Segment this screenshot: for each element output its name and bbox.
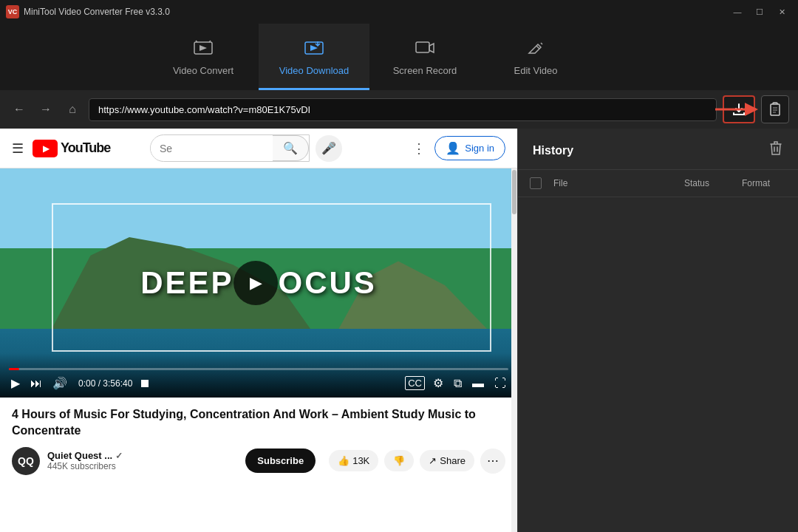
- close-button[interactable]: ✕: [771, 4, 792, 19]
- like-count: 13K: [352, 455, 369, 466]
- app-title: MiniTool Video Converter Free v3.3.0: [24, 7, 727, 17]
- scrollbar[interactable]: [511, 168, 517, 532]
- scrollbar-thumb[interactable]: [512, 170, 516, 214]
- channel-name-text[interactable]: Quiet Quest ...: [47, 450, 112, 461]
- history-panel: History File Status Format: [517, 129, 798, 532]
- progress-dot[interactable]: [141, 380, 149, 387]
- volume-button[interactable]: 🔊: [50, 375, 69, 392]
- video-convert-icon: [194, 40, 213, 61]
- progress-fill: [9, 368, 19, 370]
- history-delete-button[interactable]: [768, 140, 783, 160]
- video-info: 4 Hours of Music For Studying, Concentra…: [0, 398, 517, 484]
- controls-row: ▶ ⏭ 🔊 0:00 / 3:56:40 CC ⚙ ⧉ ▬ ⛶: [9, 375, 508, 392]
- youtube-logo[interactable]: YouTube: [33, 140, 110, 157]
- action-buttons: 👍 13K 👎 ↗ Share ⋯: [329, 449, 505, 474]
- back-button[interactable]: ←: [9, 99, 30, 120]
- share-icon: ↗: [429, 455, 437, 466]
- url-input[interactable]: [89, 98, 717, 121]
- history-empty-area: [518, 197, 798, 532]
- youtube-more-button[interactable]: ⋮: [412, 140, 426, 157]
- play-pause-button[interactable]: ▶: [9, 375, 22, 392]
- tab-screen-record-label: Screen Record: [393, 65, 457, 76]
- youtube-search-box: 🔍: [150, 134, 310, 162]
- tab-screen-record[interactable]: Screen Record: [369, 24, 480, 90]
- maximize-button[interactable]: ☐: [749, 4, 770, 19]
- tab-video-convert[interactable]: Video Convert: [148, 24, 259, 90]
- address-bar-area: ← → ⌂: [0, 90, 798, 129]
- youtube-mic-button[interactable]: 🎤: [316, 135, 342, 162]
- subtitles-button[interactable]: CC: [405, 376, 425, 390]
- youtube-logo-text: YouTube: [61, 140, 110, 156]
- history-title: History: [533, 144, 573, 157]
- tab-video-download[interactable]: Video Download: [259, 24, 369, 90]
- history-file-column: File: [553, 178, 678, 188]
- app-logo: VC: [6, 5, 19, 18]
- channel-row: QQ Quiet Quest ... ✓ 445K subscribers Su…: [12, 447, 505, 475]
- history-status-column: Status: [684, 178, 736, 188]
- minimize-button[interactable]: —: [727, 4, 748, 19]
- signin-label: Sign in: [465, 143, 494, 154]
- deep-text: DEEP: [140, 265, 233, 301]
- delete-icon: [768, 140, 783, 157]
- tab-video-convert-label: Video Convert: [173, 65, 233, 76]
- video-download-icon: [304, 40, 324, 61]
- progress-bar[interactable]: [9, 368, 508, 370]
- youtube-signin-button[interactable]: 👤 Sign in: [434, 136, 505, 160]
- youtube-logo-icon: [33, 140, 58, 157]
- next-button[interactable]: ⏭: [28, 375, 44, 392]
- settings-button[interactable]: ⚙: [431, 375, 446, 392]
- download-button[interactable]: [723, 95, 755, 123]
- time-display: 0:00 / 3:56:40: [78, 378, 132, 389]
- home-button[interactable]: ⌂: [62, 99, 83, 120]
- video-title-overlay: DEEP ▶ OCUS: [140, 261, 377, 305]
- thumbs-down-icon: 👎: [393, 455, 405, 466]
- theater-button[interactable]: ▬: [470, 375, 486, 392]
- video-controls: ▶ ⏭ 🔊 0:00 / 3:56:40 CC ⚙ ⧉ ▬ ⛶: [0, 353, 517, 398]
- download-icon: [732, 102, 746, 117]
- tab-edit-video[interactable]: Edit Video: [480, 24, 591, 90]
- screen-record-icon: [415, 40, 434, 61]
- video-title: 4 Hours of Music For Studying, Concentra…: [12, 406, 505, 440]
- channel-subs: 445K subscribers: [47, 461, 238, 471]
- miniplayer-button[interactable]: ⧉: [451, 375, 464, 392]
- youtube-header: ☰ YouTube 🔍 🎤 ⋮ 👤 Sign in: [0, 129, 517, 168]
- tab-video-download-label: Video Download: [279, 65, 349, 76]
- subscribe-button[interactable]: Subscribe: [245, 449, 316, 473]
- window-controls: — ☐ ✕: [727, 4, 792, 19]
- clipboard-button[interactable]: [761, 95, 789, 123]
- verified-check-icon: ✓: [115, 451, 123, 461]
- youtube-search-button[interactable]: 🔍: [273, 135, 309, 161]
- history-table-header: File Status Format: [518, 170, 798, 197]
- history-header: History: [518, 129, 798, 170]
- channel-avatar: QQ: [12, 447, 40, 475]
- youtube-header-right: ⋮ 👤 Sign in: [412, 136, 505, 160]
- more-options-button[interactable]: ⋯: [480, 449, 505, 474]
- main-content: ☰ YouTube 🔍 🎤 ⋮ 👤 Sign in: [0, 129, 798, 532]
- channel-info: Quiet Quest ... ✓ 445K subscribers: [47, 450, 238, 471]
- focus-text: OCUS: [279, 265, 377, 301]
- youtube-search-input[interactable]: [151, 137, 273, 160]
- youtube-search-area: 🔍 🎤: [150, 134, 342, 162]
- forward-button[interactable]: →: [35, 99, 56, 120]
- fullscreen-button[interactable]: ⛶: [492, 375, 508, 392]
- nav-tabs: Video Convert Video Download Screen Reco…: [0, 24, 798, 90]
- title-bar: VC MiniTool Video Converter Free v3.3.0 …: [0, 0, 798, 24]
- history-format-column: Format: [742, 178, 786, 188]
- share-label: Share: [440, 455, 466, 466]
- share-button[interactable]: ↗ Share: [420, 450, 474, 471]
- channel-name: Quiet Quest ... ✓: [47, 450, 238, 461]
- youtube-menu-button[interactable]: ☰: [12, 140, 24, 157]
- tab-edit-video-label: Edit Video: [514, 65, 557, 76]
- clipboard-icon: [768, 102, 782, 117]
- like-button[interactable]: 👍 13K: [329, 450, 378, 471]
- edit-video-icon: [526, 40, 545, 61]
- browser-area: ☰ YouTube 🔍 🎤 ⋮ 👤 Sign in: [0, 129, 517, 532]
- video-player[interactable]: DEEP ▶ OCUS ▶ ⏭ 🔊 0:00 / 3:56:40 CC: [0, 168, 517, 398]
- dislike-button[interactable]: 👎: [384, 450, 414, 471]
- history-select-all-checkbox[interactable]: [530, 177, 542, 189]
- svg-rect-2: [416, 42, 429, 52]
- thumbs-up-icon: 👍: [338, 455, 349, 466]
- signin-person-icon: 👤: [446, 141, 460, 155]
- play-button-overlay[interactable]: ▶: [234, 261, 279, 305]
